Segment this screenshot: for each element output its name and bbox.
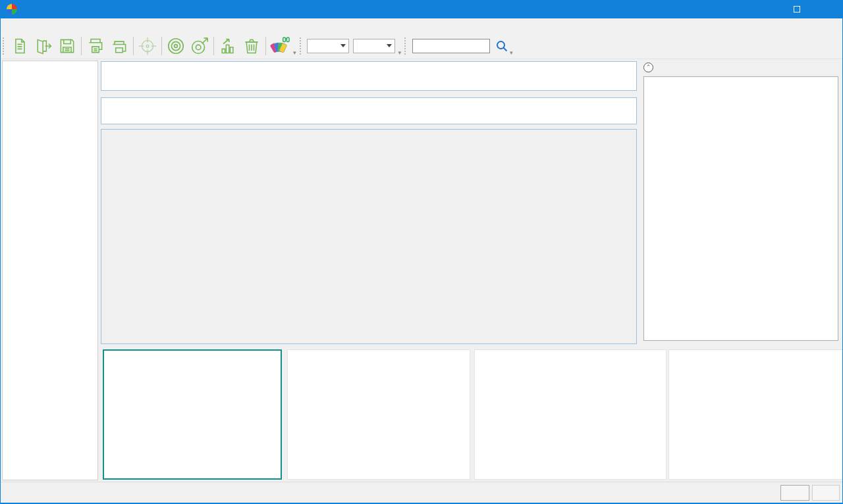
color-diff-report <box>643 76 838 341</box>
standard-table <box>101 97 637 124</box>
search-input[interactable] <box>412 39 490 53</box>
auto-button[interactable] <box>780 485 809 501</box>
print-icon <box>86 37 105 55</box>
measure-standard-button[interactable] <box>164 35 188 57</box>
title-bar <box>1 0 842 18</box>
maximize-button[interactable] <box>782 0 812 18</box>
delta-ab-scatter-chart[interactable] <box>103 349 282 480</box>
chevron-down-icon <box>387 44 392 47</box>
calibrate-icon <box>138 36 157 56</box>
delta-e-trend-chart[interactable] <box>287 349 470 480</box>
color-card-icon <box>269 36 290 56</box>
delete-button[interactable] <box>240 35 263 57</box>
toolbar-overflow-icon[interactable]: ▾ <box>510 49 513 56</box>
mode-select[interactable] <box>307 39 349 53</box>
toolbar-separator <box>161 37 162 55</box>
save-icon <box>58 37 76 55</box>
menu-bar <box>1 18 842 33</box>
toolbar-overflow-icon[interactable]: ▾ <box>293 49 296 56</box>
lab-color-space-chart[interactable] <box>668 349 843 480</box>
color-card-button[interactable] <box>268 35 292 57</box>
print-word-button[interactable] <box>107 35 131 57</box>
statistics-icon <box>219 37 237 55</box>
measure-sample-icon <box>190 36 209 56</box>
new-document-button[interactable] <box>8 35 32 57</box>
new-document-icon <box>11 37 29 55</box>
toolbar-separator <box>265 37 266 55</box>
minimize-button[interactable] <box>751 0 782 18</box>
toolbar-separator <box>81 37 82 55</box>
export-icon <box>34 37 53 55</box>
save-button[interactable] <box>55 35 79 57</box>
export-button[interactable] <box>32 35 55 57</box>
status-bar <box>1 482 842 503</box>
delete-icon <box>242 37 261 55</box>
collapse-panel-icon[interactable]: ⌃ <box>643 63 653 72</box>
print-button[interactable] <box>84 35 107 57</box>
close-button[interactable] <box>812 0 842 18</box>
measurement-table <box>101 129 637 344</box>
measure-sample-button[interactable] <box>188 35 211 57</box>
print-word-icon <box>110 39 128 54</box>
toolbar-grip[interactable] <box>404 38 408 55</box>
toolbar-separator <box>133 37 134 55</box>
toolbar-grip[interactable] <box>3 38 6 55</box>
app-logo-icon <box>7 4 17 14</box>
toolbar-separator <box>213 37 214 55</box>
status-cell <box>812 485 840 501</box>
spectral-reflectance-chart[interactable] <box>474 349 666 480</box>
sample-tree <box>2 61 98 480</box>
statistics-button[interactable] <box>216 35 240 57</box>
color-diff-panel: ⌃ <box>641 59 842 343</box>
chevron-down-icon <box>340 44 346 47</box>
application-window: ▾ ▾ ▾ ⌃ <box>0 0 843 504</box>
toolbar-grip[interactable] <box>300 38 303 55</box>
tolerance-table <box>101 61 637 91</box>
search-icon[interactable] <box>495 39 508 53</box>
maximize-icon <box>794 6 800 13</box>
toolbar-overflow-icon[interactable]: ▾ <box>398 49 402 56</box>
measure-standard-icon <box>166 36 186 56</box>
toolbar: ▾ ▾ ▾ <box>1 33 842 59</box>
calibrate-button <box>136 35 159 57</box>
illuminant-select[interactable] <box>353 39 395 53</box>
